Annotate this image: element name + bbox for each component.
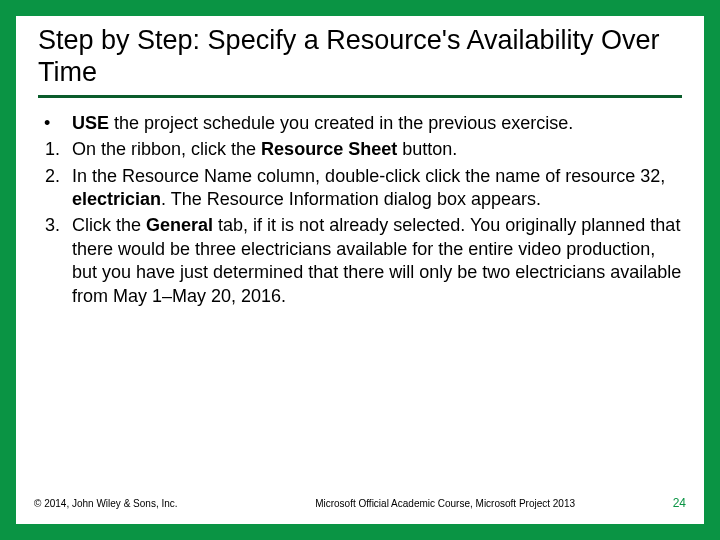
title-block: Step by Step: Specify a Resource's Avail… [16, 16, 704, 89]
slide-frame: Step by Step: Specify a Resource's Avail… [16, 16, 704, 524]
footer: © 2014, John Wiley & Sons, Inc. Microsof… [16, 496, 704, 524]
bullet-text: USE the project schedule you created in … [72, 112, 682, 135]
bullet-text: In the Resource Name column, double-clic… [72, 165, 682, 212]
bullet-use: • USE the project schedule you created i… [38, 112, 682, 135]
bullet-marker: 2. [38, 165, 72, 188]
step-2: 2. In the Resource Name column, double-c… [38, 165, 682, 212]
content-area: • USE the project schedule you created i… [16, 98, 704, 496]
footer-page-number: 24 [673, 496, 686, 510]
bullet-text: On the ribbon, click the Resource Sheet … [72, 138, 682, 161]
slide-title: Step by Step: Specify a Resource's Avail… [38, 24, 682, 89]
bullet-marker: • [38, 112, 72, 135]
step-3: 3. Click the General tab, if it is not a… [38, 214, 682, 308]
footer-copyright: © 2014, John Wiley & Sons, Inc. [34, 498, 178, 509]
bullet-marker: 3. [38, 214, 72, 237]
bullet-text: Click the General tab, if it is not alre… [72, 214, 682, 308]
step-1: 1. On the ribbon, click the Resource She… [38, 138, 682, 161]
bullet-marker: 1. [38, 138, 72, 161]
footer-course: Microsoft Official Academic Course, Micr… [178, 498, 673, 509]
